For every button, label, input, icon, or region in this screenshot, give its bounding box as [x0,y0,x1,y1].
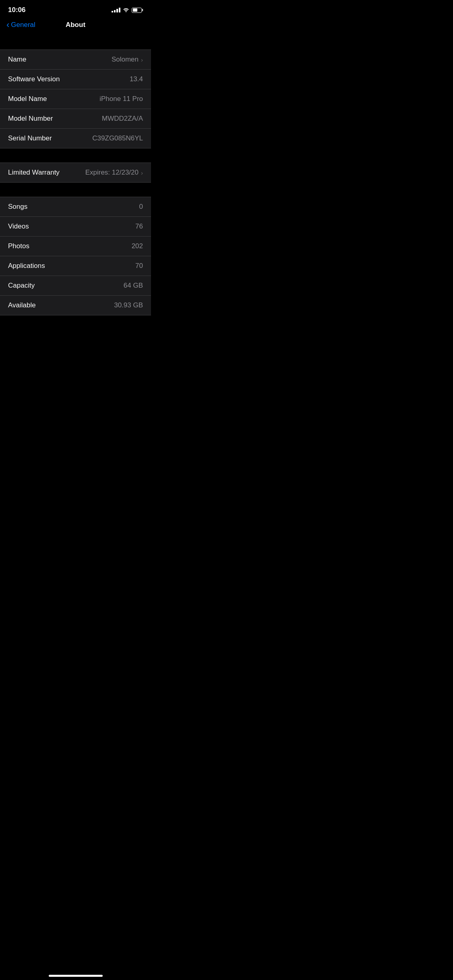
row-value-videos: 76 [135,222,143,231]
table-row[interactable]: Limited Warranty Expires: 12/23/20 › [0,163,151,182]
status-bar: 10:06 [0,0,151,18]
table-row: Model Name iPhone 11 Pro [0,89,151,109]
status-icons [112,7,143,13]
chevron-right-icon: › [141,56,143,63]
section-gap-media [0,183,151,197]
bottom-spacer [0,315,151,348]
signal-bars-icon [112,8,120,12]
row-value-model-number: MWDD2ZA/A [102,115,143,123]
nav-title: About [66,21,85,29]
row-value-name: Solomen › [112,56,143,64]
table-row: Videos 76 [0,217,151,237]
row-value-serial: C39ZG085N6YL [92,134,143,142]
table-row: Serial Number C39ZG085N6YL [0,129,151,148]
row-label-songs: Songs [8,203,27,211]
back-button[interactable]: ‹ General [6,21,35,29]
wifi-icon [123,7,129,13]
device-info-group: Name Solomen › Software Version 13.4 Mod… [0,49,151,148]
row-value-available: 30.93 GB [114,301,143,309]
table-row: Capacity 64 GB [0,276,151,296]
section-gap-warranty [0,148,151,163]
status-time: 10:06 [8,6,25,14]
row-label-photos: Photos [8,242,29,250]
nav-bar: ‹ General About [0,18,151,35]
row-value-capacity: 64 GB [124,282,143,290]
row-label-capacity: Capacity [8,282,35,290]
table-row: Software Version 13.4 [0,70,151,89]
row-label-videos: Videos [8,222,29,231]
row-label-available: Available [8,301,36,309]
warranty-group: Limited Warranty Expires: 12/23/20 › [0,163,151,183]
table-row: Model Number MWDD2ZA/A [0,109,151,129]
back-label: General [11,21,35,29]
row-value-warranty: Expires: 12/23/20 › [85,169,143,177]
table-row: Songs 0 [0,197,151,217]
row-label-warranty: Limited Warranty [8,169,60,177]
row-value-applications: 70 [135,262,143,270]
row-label-name: Name [8,56,26,64]
table-row[interactable]: Name Solomen › [0,50,151,70]
row-label-serial: Serial Number [8,134,52,142]
table-row: Photos 202 [0,237,151,256]
table-row: Available 30.93 GB [0,296,151,315]
row-value-model-name: iPhone 11 Pro [99,95,143,103]
section-gap-top [0,35,151,49]
row-value-photos: 202 [132,242,143,250]
chevron-right-icon: › [141,169,143,176]
back-chevron-icon: ‹ [6,21,9,29]
row-label-software: Software Version [8,75,60,83]
media-info-group: Songs 0 Videos 76 Photos 202 Application… [0,197,151,315]
row-label-model-number: Model Number [8,115,53,123]
row-label-model-name: Model Name [8,95,47,103]
battery-icon [132,8,143,13]
row-label-applications: Applications [8,262,45,270]
row-value-songs: 0 [139,203,143,211]
row-value-software: 13.4 [130,75,143,83]
table-row: Applications 70 [0,256,151,276]
